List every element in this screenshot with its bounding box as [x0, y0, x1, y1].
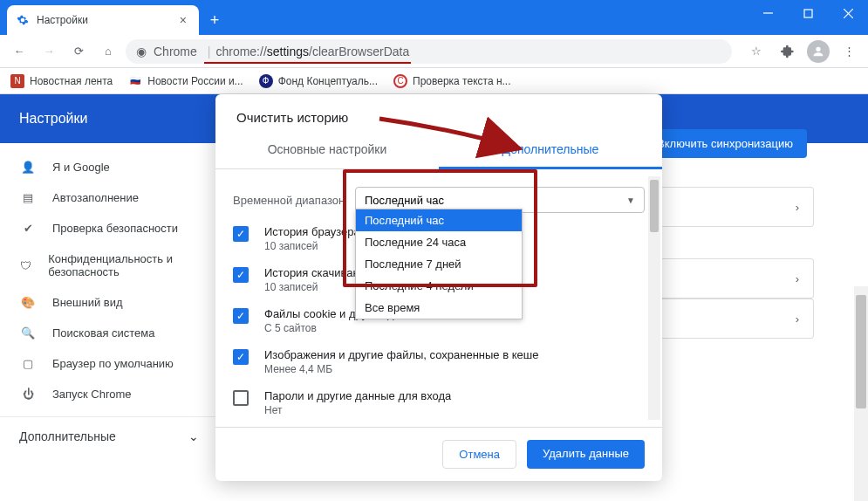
profile-avatar[interactable] [807, 40, 830, 63]
palette-icon: 🎨 [19, 296, 37, 309]
settings-row[interactable]: › [657, 187, 814, 227]
menu-icon[interactable]: ⋮ [837, 39, 861, 64]
browser-toolbar: ← → ⟳ ⌂ ◉ Chrome | chrome://settings/cle… [0, 35, 868, 68]
dropdown-option[interactable]: Последние 24 часа [356, 231, 522, 253]
sidebar-item-startup[interactable]: ⏻Запуск Chrome [0, 379, 218, 409]
settings-sidebar: 👤Я и Google ▤Автозаполнение ✔Проверка бе… [0, 143, 218, 501]
enable-sync-button[interactable]: Включить синхронизацию [643, 129, 807, 158]
home-button[interactable]: ⌂ [96, 39, 120, 64]
checkbox[interactable]: ✓ [233, 226, 249, 242]
time-range-label: Временной диапазон [233, 194, 355, 207]
new-tab-button[interactable]: + [202, 8, 227, 32]
select-value: Последний час [365, 194, 444, 207]
window-titlebar: Настройки × + [0, 0, 868, 35]
forward-button[interactable]: → [37, 39, 61, 64]
item-sub: 10 записей [264, 240, 360, 252]
clear-history-dialog: Очистить историю Основные настройки Допо… [215, 94, 662, 481]
sidebar-item-search[interactable]: 🔍Поисковая система [0, 318, 218, 348]
sidebar-item-privacy[interactable]: 🛡Конфиденциальность и безопасность [0, 244, 218, 287]
item-sub: С 5 сайтов [264, 322, 466, 334]
bookmark-star-icon[interactable]: ☆ [744, 39, 769, 64]
checkbox[interactable]: ✓ [233, 349, 249, 365]
bookmark-item[interactable]: 🇷🇺Новости России и... [128, 74, 243, 88]
bookmark-favicon: N [10, 74, 24, 88]
chevron-down-icon: ▼ [626, 196, 635, 205]
time-range-dropdown: Последний час Последние 24 часа Последни… [355, 209, 523, 319]
site-info-icon[interactable]: ◉ [136, 45, 147, 58]
dropdown-option[interactable]: Последние 4 недели [356, 275, 522, 297]
dropdown-option[interactable]: Последние 7 дней [356, 253, 522, 275]
close-window-button[interactable] [828, 0, 868, 26]
sidebar-item-autofill[interactable]: ▤Автозаполнение [0, 182, 218, 213]
chevron-right-icon: › [796, 312, 799, 326]
item-title: История браузера [264, 225, 360, 238]
maximize-button[interactable] [788, 0, 828, 26]
bookmark-favicon: 🇷🇺 [128, 74, 142, 88]
modal-scrollbar[interactable] [648, 176, 660, 420]
cancel-button[interactable]: Отмена [442, 440, 516, 469]
clear-data-button[interactable]: Удалить данные [527, 440, 645, 469]
scrollbar-thumb[interactable] [650, 180, 659, 232]
bookmark-favicon: Ф [259, 74, 273, 88]
item-sub: Менее 4,4 МБ [264, 363, 538, 375]
tab-basic[interactable]: Основные настройки [215, 130, 439, 168]
autofill-icon: ▤ [19, 191, 37, 204]
bookmark-favicon: C [393, 74, 407, 88]
dropdown-option[interactable]: Последний час [356, 209, 522, 231]
power-icon: ⏻ [19, 388, 37, 401]
chevron-right-icon: › [796, 272, 799, 285]
item-title: Изображения и другие файлы, сохраненные … [264, 348, 538, 361]
checkbox[interactable]: ✓ [233, 267, 249, 283]
tab-advanced[interactable]: Дополнительные [439, 130, 662, 168]
sidebar-item-safety-check[interactable]: ✔Проверка безопасности [0, 213, 218, 244]
bookmark-item[interactable]: ФФонд Концептуаль... [259, 74, 378, 88]
sidebar-advanced-toggle[interactable]: Дополнительные⌄ [0, 416, 218, 456]
item-title: Пароли и другие данные для входа [264, 389, 451, 402]
bookmark-item[interactable]: NНовостная лента [10, 74, 113, 88]
back-button[interactable]: ← [7, 39, 31, 64]
person-icon: 👤 [19, 161, 37, 174]
shield-icon: 🛡 [19, 259, 32, 272]
shield-check-icon: ✔ [19, 222, 37, 235]
chevron-down-icon: ⌄ [188, 429, 199, 443]
minimize-button[interactable] [748, 0, 788, 26]
scrollbar-thumb[interactable] [856, 295, 866, 408]
sidebar-item-default-browser[interactable]: ▢Браузер по умолчанию [0, 348, 218, 379]
window-icon: ▢ [19, 357, 37, 370]
url-text: chrome://settings/clearBrowserData [215, 45, 409, 58]
chevron-right-icon: › [796, 201, 799, 214]
svg-rect-1 [804, 10, 812, 17]
bookmarks-bar: NНовостная лента 🇷🇺Новости России и... Ф… [0, 68, 868, 94]
gear-icon [16, 13, 30, 27]
url-scheme-label: Chrome [154, 45, 197, 58]
annotation-underline [204, 62, 411, 64]
scrollbar[interactable] [854, 286, 868, 501]
checkbox[interactable]: ✓ [233, 308, 249, 324]
checkbox[interactable]: ✓ [233, 390, 249, 406]
extensions-icon[interactable] [776, 39, 800, 64]
search-icon: 🔍 [19, 326, 37, 340]
settings-row[interactable]: › [657, 258, 814, 299]
dialog-title: Очистить историю [215, 94, 662, 130]
sidebar-item-you-google[interactable]: 👤Я и Google [0, 152, 218, 182]
item-sub: Нет [264, 404, 451, 416]
reload-button[interactable]: ⟳ [66, 39, 91, 64]
address-bar[interactable]: ◉ Chrome | chrome://settings/clearBrowse… [126, 39, 732, 64]
close-tab-icon[interactable]: × [176, 13, 190, 27]
sidebar-item-appearance[interactable]: 🎨Внешний вид [0, 287, 218, 318]
settings-row[interactable]: › [657, 299, 814, 339]
tab-title: Настройки [37, 14, 88, 26]
browser-tab[interactable]: Настройки × [7, 5, 199, 35]
bookmark-item[interactable]: CПроверка текста н... [393, 74, 511, 88]
dropdown-option[interactable]: Все время [356, 297, 522, 319]
page-title: Настройки [19, 111, 87, 127]
